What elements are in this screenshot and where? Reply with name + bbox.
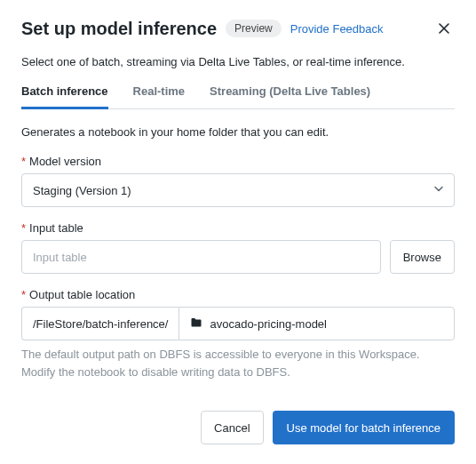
- input-table-label: *Input table: [21, 221, 455, 235]
- model-version-value: Staging (Version 1): [33, 184, 131, 197]
- preview-badge: Preview: [226, 20, 282, 37]
- model-version-select[interactable]: Staging (Version 1): [21, 173, 455, 207]
- model-version-group: *Model version Staging (Version 1): [21, 155, 455, 207]
- tab-streaming[interactable]: Streaming (Delta Live Tables): [210, 84, 370, 109]
- close-button[interactable]: [433, 18, 455, 39]
- submit-button[interactable]: Use model for batch inference: [273, 411, 455, 444]
- cancel-button[interactable]: Cancel: [201, 411, 263, 444]
- output-path-name: avocado-pricing-model: [210, 317, 327, 331]
- dialog-footer: Cancel Use model for batch inference: [21, 411, 455, 444]
- browse-button[interactable]: Browse: [390, 240, 455, 274]
- tab-batch-inference[interactable]: Batch inference: [21, 84, 108, 109]
- dialog-subtitle: Select one of batch, streaming via Delta…: [21, 55, 455, 68]
- dialog-header: Set up model inference Preview Provide F…: [21, 18, 455, 39]
- input-table-group: *Input table Browse: [21, 221, 455, 274]
- output-path-name-field[interactable]: avocado-pricing-model: [178, 307, 455, 340]
- input-table-field[interactable]: [21, 240, 381, 274]
- tab-real-time[interactable]: Real-time: [133, 84, 186, 109]
- folder-icon: [190, 316, 202, 332]
- dialog-title: Set up model inference: [21, 19, 217, 39]
- model-inference-dialog: Set up model inference Preview Provide F…: [0, 0, 476, 460]
- output-helper-text: The default output path on DBFS is acces…: [21, 346, 455, 380]
- tabs: Batch inference Real-time Streaming (Del…: [21, 84, 455, 109]
- close-icon: [437, 21, 451, 36]
- model-version-label: *Model version: [21, 155, 455, 168]
- feedback-link[interactable]: Provide Feedback: [290, 22, 384, 36]
- tab-description: Generates a notebook in your home folder…: [21, 125, 455, 139]
- output-path-prefix[interactable]: /FileStore/batch-inference/: [21, 307, 178, 340]
- output-location-label: *Output table location: [21, 288, 455, 301]
- output-location-group: *Output table location /FileStore/batch-…: [21, 288, 455, 380]
